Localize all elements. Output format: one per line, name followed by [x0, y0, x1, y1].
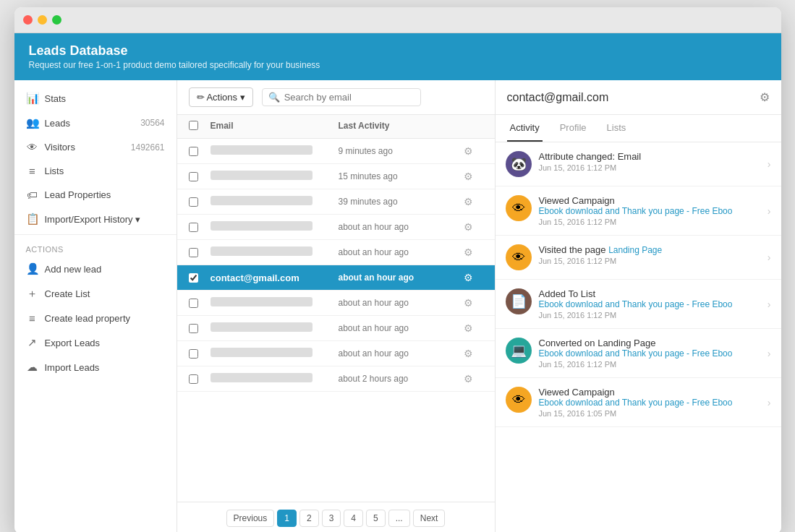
table-row[interactable]: about an hour ago ⚙ [177, 316, 495, 341]
sidebar-item-visitors[interactable]: 👁 Visitors 1492661 [14, 135, 177, 159]
activity-title: Visited the page Landing Page [539, 244, 760, 255]
sidebar-visitors-label: Visitors [45, 142, 125, 153]
activity-time: Jun 15, 2016 1:12 PM [539, 257, 760, 265]
actions-button[interactable]: ✏ Actions ▾ [189, 87, 253, 107]
table-row[interactable]: about an hour ago ⚙ [177, 291, 495, 316]
row-gear-icon[interactable]: ⚙ [454, 322, 483, 334]
header-checkbox [189, 121, 211, 132]
laptop-icon: 💻 [511, 343, 527, 359]
document-icon: 📄 [511, 293, 527, 309]
sidebar-item-leads[interactable]: 👥 Leads 30564 [14, 111, 177, 135]
sidebar-item-stats[interactable]: 📊 Stats [14, 86, 177, 111]
create-lead-property-label: Create lead property [45, 313, 165, 324]
sidebar-create-lead-property[interactable]: ≡ Create lead property [14, 306, 177, 330]
header-email: Email [211, 121, 339, 132]
prev-page-button[interactable]: Previous [226, 510, 275, 527]
table-row[interactable]: about 2 hours ago ⚙ [177, 366, 495, 392]
table-row-selected[interactable]: contact@gmail.com about an hour ago ⚙ [177, 265, 495, 291]
sidebar-create-list[interactable]: ＋ Create List [14, 281, 177, 306]
sidebar: 📊 Stats 👥 Leads 30564 👁 Visitors 1492661… [14, 80, 177, 532]
row-checkbox [189, 147, 211, 156]
export-leads-icon: ↗ [26, 336, 39, 349]
activity-item[interactable]: 🐼 Attribute changed: Email Jun 15, 2016 … [496, 142, 781, 186]
select-all-checkbox[interactable] [189, 121, 198, 130]
chevron-right-icon: › [768, 252, 771, 263]
minimize-dot[interactable] [38, 15, 47, 25]
page-3-button[interactable]: 3 [322, 510, 341, 527]
activity-icon-list: 📄 [506, 288, 532, 314]
activity-item[interactable]: 👁 Viewed Campaign Ebook download and Tha… [496, 378, 781, 427]
sidebar-stats-label: Stats [45, 93, 165, 104]
app-title: Leads Database [29, 43, 767, 59]
activity-link[interactable]: Ebook download and Thank you page - Free… [539, 299, 760, 309]
row-activity: about an hour ago [339, 348, 454, 359]
next-page-button[interactable]: Next [413, 510, 446, 527]
sidebar-item-lists[interactable]: ≡ Lists [14, 159, 177, 183]
row-gear-icon[interactable]: ⚙ [454, 196, 483, 207]
row-checkbox [189, 374, 211, 384]
table-row[interactable]: 39 minutes ago ⚙ [177, 189, 495, 215]
activity-content: Visited the page Landing Page Jun 15, 20… [539, 244, 760, 265]
search-wrapper: 🔍 [262, 88, 421, 106]
row-activity: about an hour ago [339, 273, 454, 283]
row-gear-icon[interactable]: ⚙ [454, 171, 483, 182]
table-row[interactable]: about an hour ago ⚙ [177, 240, 495, 265]
activity-item[interactable]: 👁 Viewed Campaign Ebook download and Tha… [496, 186, 781, 236]
table-row[interactable]: about an hour ago ⚙ [177, 341, 495, 366]
row-gear-icon[interactable]: ⚙ [454, 246, 483, 258]
activity-title: Added To List [539, 288, 760, 299]
table-row[interactable]: 15 minutes ago ⚙ [177, 164, 495, 189]
activity-link[interactable]: Ebook download and Thank you page - Free… [539, 398, 760, 408]
row-gear-icon[interactable]: ⚙ [454, 221, 483, 233]
activity-link[interactable]: Ebook download and Thank you page - Free… [539, 206, 760, 216]
page-2-button[interactable]: 2 [299, 510, 319, 527]
tab-profile[interactable]: Profile [557, 115, 590, 142]
activity-time: Jun 15, 2016 1:12 PM [539, 218, 760, 226]
row-activity: about an hour ago [339, 298, 454, 308]
chevron-right-icon: › [768, 348, 771, 359]
row-gear-icon[interactable]: ⚙ [454, 145, 483, 157]
activity-content: Attribute changed: Email Jun 15, 2016 1:… [539, 151, 760, 172]
row-gear-icon[interactable]: ⚙ [454, 297, 483, 309]
right-panel: contact@gmail.com ⚙ Activity Profile Lis… [496, 80, 781, 532]
row-checkbox [189, 273, 211, 283]
add-lead-label: Add new lead [45, 264, 165, 275]
row-gear-icon[interactable]: ⚙ [454, 348, 483, 359]
app-body: 📊 Stats 👥 Leads 30564 👁 Visitors 1492661… [14, 80, 781, 532]
sidebar-add-new-lead[interactable]: 👤 Add new lead [14, 257, 177, 281]
page-4-button[interactable]: 4 [344, 510, 363, 527]
maximize-dot[interactable] [52, 15, 61, 25]
sidebar-import-leads[interactable]: ☁ Import Leads [14, 355, 177, 379]
row-activity: 39 minutes ago [339, 197, 454, 207]
search-input[interactable] [284, 92, 414, 103]
tab-lists[interactable]: Lists [604, 115, 629, 142]
app-subtitle: Request our free 1-on-1 product demo tai… [29, 60, 767, 70]
sidebar-item-lead-properties[interactable]: 🏷 Lead Properties [14, 183, 177, 207]
contact-email: contact@gmail.com [507, 91, 609, 104]
activity-item[interactable]: 📄 Added To List Ebook download and Thank… [496, 280, 781, 329]
table-row[interactable]: 9 minutes ago ⚙ [177, 139, 495, 164]
activity-inline-link[interactable]: Landing Page [608, 245, 662, 255]
page-ellipsis[interactable]: ... [388, 510, 410, 527]
activity-time: Jun 15, 2016 1:12 PM [539, 311, 760, 319]
sidebar-export-leads[interactable]: ↗ Export Leads [14, 330, 177, 355]
page-5-button[interactable]: 5 [366, 510, 386, 527]
tab-activity[interactable]: Activity [507, 115, 543, 142]
row-gear-icon[interactable]: ⚙ [454, 272, 483, 283]
settings-gear-icon[interactable]: ⚙ [760, 90, 770, 104]
import-export-icon: 📋 [26, 213, 39, 226]
activity-content: Converted on Landing Page Ebook download… [539, 338, 760, 369]
row-checkbox [189, 172, 211, 181]
activity-item[interactable]: 💻 Converted on Landing Page Ebook downlo… [496, 329, 781, 378]
app-header: Leads Database Request our free 1-on-1 p… [14, 33, 781, 80]
row-checkbox [189, 349, 211, 359]
table-row[interactable]: about an hour ago ⚙ [177, 215, 495, 240]
activity-icon-campaign2: 👁 [506, 387, 532, 413]
activity-item[interactable]: 👁 Visited the page Landing Page Jun 15, … [496, 236, 781, 280]
sidebar-item-import-export[interactable]: 📋 Import/Export History ▾ [14, 207, 177, 231]
row-gear-icon[interactable]: ⚙ [454, 373, 483, 385]
add-lead-icon: 👤 [26, 262, 39, 275]
activity-link[interactable]: Ebook download and Thank you page - Free… [539, 348, 760, 359]
page-1-button[interactable]: 1 [277, 510, 297, 527]
close-dot[interactable] [23, 15, 33, 25]
